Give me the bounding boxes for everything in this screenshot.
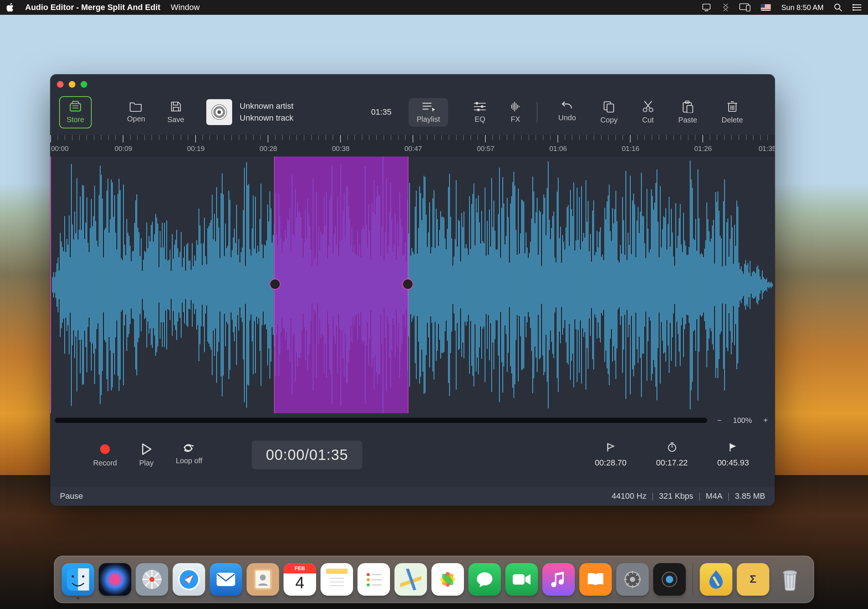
record-label: Record xyxy=(93,459,117,467)
svg-line-40 xyxy=(646,101,652,109)
cut-label: Cut xyxy=(642,116,654,124)
eq-button[interactable]: EQ xyxy=(473,101,487,124)
bluetooth-menu-icon[interactable] xyxy=(722,3,729,12)
svg-point-19 xyxy=(217,110,221,114)
dock-siri-icon[interactable] xyxy=(99,563,131,596)
store-button[interactable]: Store xyxy=(59,96,92,128)
delete-button[interactable]: Delete xyxy=(722,100,743,124)
dock-generic-app-3-icon[interactable]: Σ xyxy=(737,563,769,596)
window-controls xyxy=(57,81,87,88)
delete-label: Delete xyxy=(722,116,743,124)
dock-ibooks-icon[interactable] xyxy=(579,563,612,596)
window-minimize-button[interactable] xyxy=(69,81,75,88)
paste-label: Paste xyxy=(678,116,697,124)
zoom-out-button[interactable]: − xyxy=(715,416,724,425)
macos-dock: FEB4 Σ xyxy=(54,556,814,603)
toolbar-divider xyxy=(537,102,538,123)
zoom-in-button[interactable]: + xyxy=(761,416,770,425)
fx-button[interactable]: FX xyxy=(509,101,522,124)
dock-generic-app-1-icon[interactable] xyxy=(653,563,686,596)
dock-launchpad-icon[interactable] xyxy=(136,563,168,596)
dock-system-preferences-icon[interactable] xyxy=(616,563,649,596)
dock-maps-icon[interactable] xyxy=(394,563,427,596)
selection-start-handle[interactable] xyxy=(270,279,281,290)
notification-center-icon[interactable] xyxy=(852,4,861,11)
svg-point-60 xyxy=(82,575,84,578)
timeline-label: 00:28 xyxy=(259,144,277,153)
dock-itunes-icon[interactable] xyxy=(542,563,575,596)
spotlight-search-icon[interactable] xyxy=(834,3,842,11)
status-separator: | xyxy=(727,491,730,501)
waveform-area[interactable] xyxy=(50,157,775,413)
dock-finder-icon[interactable] xyxy=(62,563,94,596)
copy-label: Copy xyxy=(600,116,618,124)
album-art-icon xyxy=(206,99,232,125)
record-button[interactable]: Record xyxy=(93,443,117,467)
menubar-clock[interactable]: Sun 8:50 AM xyxy=(781,3,824,12)
open-button[interactable]: Open xyxy=(127,101,145,124)
app-name-menu[interactable]: Audio Editor - Merge Split And Edit xyxy=(25,3,160,12)
svg-point-28 xyxy=(477,109,480,111)
playhead-cursor[interactable] xyxy=(50,157,51,413)
svg-point-4 xyxy=(835,4,840,9)
bitrate-label: 321 Kbps xyxy=(659,491,693,501)
track-title-label: Unknown track xyxy=(240,113,293,123)
save-label: Save xyxy=(167,115,184,124)
dock-generic-app-2-icon[interactable] xyxy=(700,563,732,596)
scrollbar-track[interactable] xyxy=(55,418,707,423)
timeline-ruler[interactable]: 00:0000:0900:1900:2800:3800:4700:5701:06… xyxy=(50,135,775,157)
horizontal-scrollbar: − 100% + xyxy=(55,416,770,424)
selection-end-handle[interactable] xyxy=(402,279,413,290)
svg-point-51 xyxy=(100,444,110,454)
svg-point-76 xyxy=(367,578,370,581)
cut-button[interactable]: Cut xyxy=(642,100,654,124)
copy-button[interactable]: Copy xyxy=(600,100,618,124)
dock-mail-icon[interactable] xyxy=(209,563,242,596)
undo-label: Undo xyxy=(558,113,576,122)
window-menu[interactable]: Window xyxy=(171,3,200,12)
save-button[interactable]: Save xyxy=(167,101,184,124)
dock-trash-icon[interactable] xyxy=(774,563,806,596)
svg-point-97 xyxy=(630,577,635,582)
apple-menu-icon[interactable] xyxy=(7,3,15,12)
airplay-menu-icon[interactable] xyxy=(739,3,750,11)
file-size-label: 3.85 MB xyxy=(735,491,765,501)
dock-reminders-icon[interactable] xyxy=(358,563,390,596)
svg-point-77 xyxy=(367,584,370,586)
svg-rect-44 xyxy=(687,106,693,113)
selection-region[interactable] xyxy=(274,157,409,413)
window-zoom-button[interactable] xyxy=(81,81,87,88)
playlist-button[interactable]: Playlist xyxy=(417,101,440,124)
timeline-label: 01:26 xyxy=(694,144,712,153)
dock-calendar-icon[interactable]: FEB4 xyxy=(284,563,316,596)
dock-notes-icon[interactable] xyxy=(321,563,353,596)
display-menu-icon[interactable] xyxy=(702,4,712,11)
svg-rect-12 xyxy=(70,104,81,111)
svg-point-10 xyxy=(852,7,854,8)
svg-point-59 xyxy=(72,575,74,578)
dock-facetime-icon[interactable] xyxy=(505,563,538,596)
undo-button[interactable]: Undo xyxy=(558,100,576,124)
paste-button[interactable]: Paste xyxy=(678,100,697,124)
svg-point-9 xyxy=(852,4,854,6)
svg-rect-3 xyxy=(746,5,750,11)
input-source-flag-icon[interactable] xyxy=(761,4,771,11)
selection-end-value: 00:45.93 xyxy=(717,458,749,468)
dock-safari-icon[interactable] xyxy=(173,563,205,596)
timeline-label: 00:19 xyxy=(187,144,205,153)
svg-point-39 xyxy=(649,108,653,112)
timeline-label: 01:06 xyxy=(549,144,567,153)
play-button[interactable]: Play xyxy=(139,443,153,467)
sample-rate-label: 44100 Hz xyxy=(612,491,646,501)
format-label: M4A xyxy=(706,491,722,501)
dock-photos-icon[interactable] xyxy=(431,563,464,596)
svg-point-11 xyxy=(852,9,854,11)
window-close-button[interactable] xyxy=(57,81,64,88)
time-display: 00:00/01:35 xyxy=(252,441,362,469)
svg-rect-0 xyxy=(703,4,710,9)
dock-messages-icon[interactable] xyxy=(468,563,501,596)
zoom-percent-label: 100% xyxy=(733,416,752,425)
loop-button[interactable]: Loop off xyxy=(175,443,202,467)
dock-contacts-icon[interactable] xyxy=(246,563,279,596)
timeline-label: 01:16 xyxy=(622,144,640,153)
